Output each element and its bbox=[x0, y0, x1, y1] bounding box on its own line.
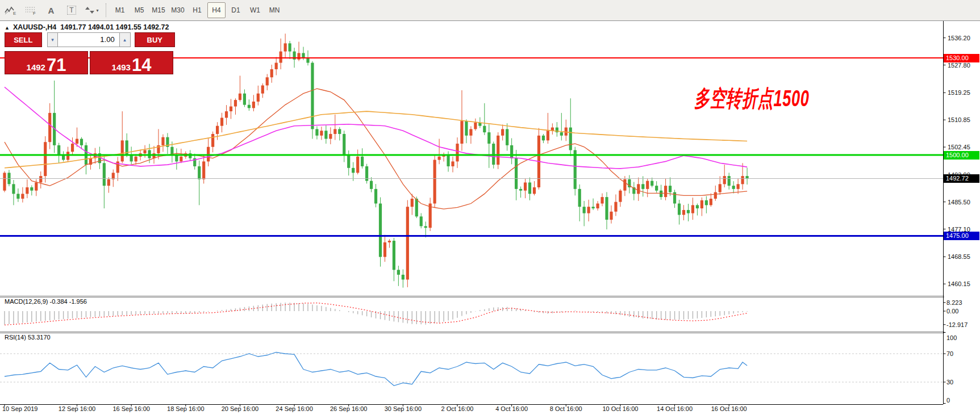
candle-body bbox=[438, 157, 441, 160]
sell-button[interactable]: SELL bbox=[5, 32, 42, 47]
one-click-trade-panel: SELL ▾ 1.00 ▴ BUY 1492 71 1493 14 bbox=[5, 32, 175, 74]
mt4-terminal-window: E F A T ▾ M1M5M15M30H1H4D1W1MN ▲XAUU bbox=[0, 0, 980, 415]
candle-body bbox=[107, 179, 110, 186]
buy-button[interactable]: BUY bbox=[135, 32, 175, 47]
volume-input[interactable]: 1.00 bbox=[58, 32, 119, 47]
candle-body bbox=[560, 132, 563, 136]
candle-body bbox=[76, 139, 78, 144]
price-tick-label: 1468.55 bbox=[948, 253, 980, 261]
candle-body bbox=[311, 63, 314, 129]
candle-body bbox=[646, 181, 649, 189]
timeframe-button-m5[interactable]: M5 bbox=[130, 2, 148, 18]
chart-annotation-text[interactable]: 多空转折点1500 bbox=[694, 83, 810, 114]
candle-body bbox=[402, 275, 404, 280]
candle-body bbox=[266, 77, 269, 85]
candle-body bbox=[270, 69, 273, 77]
timeframe-button-w1[interactable]: W1 bbox=[246, 2, 264, 18]
indicator-axis-label: -12.917 bbox=[946, 321, 980, 329]
candle-body bbox=[239, 94, 241, 100]
candle-body bbox=[198, 166, 201, 179]
symbol-name: XAUUSD-,H4 bbox=[13, 23, 56, 31]
candle-body bbox=[35, 182, 37, 190]
arrows-tool-icon[interactable]: ▾ bbox=[82, 2, 102, 18]
candle-body bbox=[143, 150, 146, 153]
current-price-label: 1492.72 bbox=[944, 174, 979, 183]
candle-body bbox=[320, 131, 323, 136]
quick-trade-collapse-arrow[interactable]: ▲ bbox=[5, 25, 10, 31]
indicator-axis-label: 100 bbox=[946, 334, 980, 342]
candle-body bbox=[719, 184, 722, 192]
text-label-icon[interactable]: A bbox=[41, 2, 61, 18]
candle-body bbox=[524, 182, 527, 190]
candle-body bbox=[275, 63, 278, 69]
candle-body bbox=[230, 107, 232, 112]
candle-body bbox=[44, 142, 47, 176]
candle-body bbox=[80, 139, 83, 145]
candle-body bbox=[687, 210, 690, 213]
candle-body bbox=[406, 207, 409, 279]
buy-price-big: 14 bbox=[132, 57, 151, 73]
grid-icon[interactable]: F bbox=[21, 2, 40, 18]
candle-body bbox=[678, 204, 681, 215]
sell-price-display[interactable]: 1492 71 bbox=[5, 51, 88, 74]
indicator-axis-label: 70 bbox=[946, 350, 980, 358]
volume-decrease-button[interactable]: ▾ bbox=[47, 32, 59, 47]
candle-body bbox=[306, 58, 309, 63]
price-tick-label: 1485.50 bbox=[948, 198, 980, 206]
candle-body bbox=[220, 118, 223, 125]
timeframe-button-mn[interactable]: MN bbox=[265, 2, 283, 18]
candle-body bbox=[732, 186, 735, 189]
timeframe-button-m1[interactable]: M1 bbox=[111, 2, 129, 18]
toolbar-separator bbox=[106, 3, 107, 17]
indicators-icon[interactable]: E bbox=[1, 2, 20, 18]
arrows-dropdown-caret[interactable]: ▾ bbox=[96, 8, 98, 13]
candle-body bbox=[596, 204, 599, 209]
timeframe-button-h1[interactable]: H1 bbox=[188, 2, 206, 18]
candle-body bbox=[361, 157, 364, 166]
timeframe-button-h4[interactable]: H4 bbox=[207, 2, 226, 18]
candle-body bbox=[682, 210, 685, 215]
rsi-line bbox=[5, 353, 747, 386]
timeframe-button-m30[interactable]: M30 bbox=[169, 2, 187, 18]
candle-body bbox=[741, 176, 744, 184]
candle-body bbox=[252, 102, 255, 108]
candle-body bbox=[691, 205, 694, 213]
candle-body bbox=[696, 205, 699, 208]
candle-body bbox=[605, 197, 608, 220]
candle-body bbox=[12, 184, 15, 194]
candle-body bbox=[700, 200, 703, 208]
buy-price-display[interactable]: 1493 14 bbox=[90, 51, 173, 74]
candle-body bbox=[216, 126, 219, 134]
time-tick-label: 16 Oct 16:00 bbox=[702, 405, 756, 412]
candle-body bbox=[248, 105, 251, 108]
volume-increase-button[interactable]: ▴ bbox=[119, 32, 131, 47]
time-tick-label: 18 Sep 16:00 bbox=[159, 405, 213, 412]
candle-body bbox=[447, 155, 449, 166]
candle-body bbox=[48, 113, 51, 142]
candle-body bbox=[315, 129, 318, 135]
candle-body bbox=[705, 200, 708, 206]
candle-body bbox=[261, 85, 264, 93]
time-tick-label: 10 Sep 2019 bbox=[2, 405, 57, 412]
indicator-axis-label: 0 bbox=[946, 397, 980, 404]
candle-body bbox=[483, 126, 486, 132]
candle-body bbox=[474, 123, 477, 129]
time-tick-label: 12 Sep 16:00 bbox=[50, 405, 105, 412]
timeframe-group: M1M5M15M30H1H4D1W1MN bbox=[110, 2, 284, 18]
candle-body bbox=[121, 140, 124, 161]
candle-body bbox=[16, 194, 19, 199]
text-box-icon[interactable]: T bbox=[62, 2, 81, 18]
candle-body bbox=[103, 163, 106, 186]
candle-body bbox=[669, 186, 672, 192]
candle-body bbox=[465, 121, 468, 136]
candle-body bbox=[460, 121, 463, 144]
candle-body bbox=[352, 168, 355, 173]
time-tick-label: 10 Oct 16:00 bbox=[593, 405, 648, 412]
candle-body bbox=[745, 176, 748, 178]
timeframe-button-d1[interactable]: D1 bbox=[227, 2, 245, 18]
timeframe-button-m15[interactable]: M15 bbox=[149, 2, 168, 18]
price-tick-label: 1536.20 bbox=[948, 34, 980, 42]
candle-body bbox=[379, 204, 382, 257]
time-tick-label: 24 Sep 16:00 bbox=[267, 405, 322, 412]
price-tick-label: 1510.85 bbox=[948, 116, 980, 124]
